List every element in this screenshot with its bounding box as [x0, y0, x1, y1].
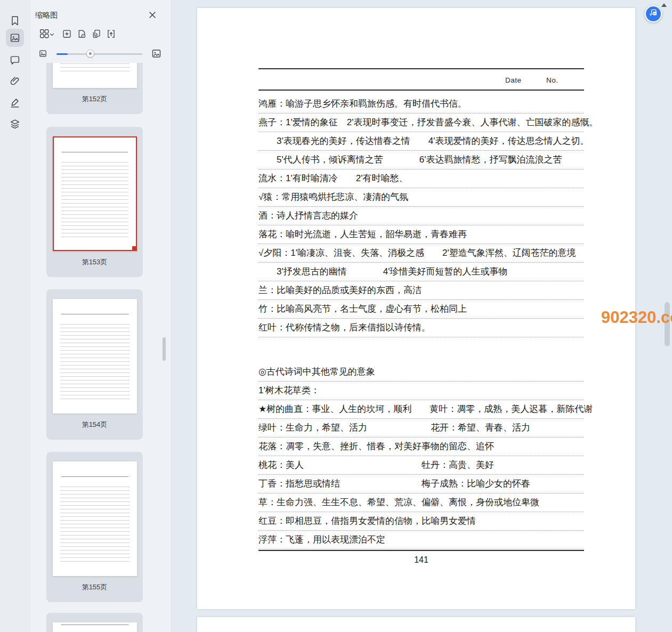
slider-fill [56, 53, 68, 55]
handwritten-line: 落花：喻时光流逝，人生苦短，韶华易逝，青春难再 [258, 225, 584, 244]
panel-title: 缩略图 [35, 11, 58, 20]
handwritten-line: 酒：诗人抒情言志的媒介 [258, 207, 584, 225]
handwritten-line: 3'抒发思古的幽情 4'珍惜美好而短暂的人生或事物 [258, 263, 584, 281]
copy-pages-button[interactable] [90, 28, 102, 41]
thumbnail-card-155[interactable]: 第155页 [46, 452, 143, 602]
notebook-date-label: Date [505, 76, 522, 84]
thumbnail-page-label: 第155页 [46, 582, 143, 592]
notebook-header: Date No. [258, 68, 584, 91]
export-pages-icon [106, 29, 116, 41]
page-number: 141 [258, 555, 584, 565]
notebook-no-label: No. [546, 76, 558, 84]
insert-page-icon [62, 29, 72, 41]
watermark: 902320.com [601, 308, 672, 327]
handwritten-line: ★树的曲直：事业、人生的坎坷，顺利 黄叶：凋零，成熟，美人迟暮，新陈代谢 [258, 400, 584, 419]
handwritten-line: 红豆：即相思豆，借指男女爱情的信物，比喻男女爱情 [258, 512, 584, 531]
handwritten-line: 丁香：指愁思或情结 梅子成熟：比喻少女的怀春 [258, 475, 584, 493]
handwritten-line: 5'代人传书，倾诉离情之苦 6'表达羁旅情愁，抒写飘泊流浪之苦 [258, 151, 584, 169]
thumbnails-icon [9, 32, 21, 44]
thumbnail-page-label: 第154页 [46, 420, 143, 430]
handwritten-line: 绿叶：生命力，希望、活力 花开：希望、青春、活力 [258, 419, 584, 437]
grid-view-dropdown[interactable] [48, 28, 55, 41]
handwritten-line: 兰：比喻美好的品质或美好的东西，高洁 [258, 281, 584, 300]
thumbnail-page-preview [53, 461, 137, 576]
thumbnail-scrollbar[interactable] [163, 337, 166, 361]
thumbnail-panel-header: 缩略图 [30, 0, 171, 63]
next-document-page [197, 617, 635, 632]
sidebar-item-attachments[interactable] [6, 72, 24, 91]
handwritten-line [258, 337, 584, 363]
thumbnail-card-156[interactable] [46, 613, 143, 632]
pen-icon [9, 97, 21, 109]
sidebar-item-bookmarks[interactable] [6, 12, 24, 30]
thumbnail-panel: 缩略图 [30, 0, 172, 632]
floating-image-button[interactable] [645, 5, 662, 22]
thumbnail-page-label: 第152页 [46, 94, 143, 104]
bookmark-icon [9, 15, 21, 27]
extract-page-icon [77, 29, 87, 41]
sidebar-item-comments[interactable] [6, 51, 24, 69]
handwritten-line: 草：生命力强、生生不息、希望、荒凉、偏僻、离恨，身份或地位卑微 [258, 493, 584, 512]
slider-thumb[interactable] [86, 50, 94, 58]
image-switch-icon [649, 8, 658, 20]
sidebar-item-thumbnails[interactable] [6, 29, 24, 47]
thumbnail-card-153[interactable]: 第153页 [46, 127, 143, 277]
comment-icon [9, 54, 21, 66]
close-panel-button[interactable] [148, 10, 157, 20]
paperclip-icon [9, 76, 21, 87]
selection-corner-marker [132, 246, 137, 251]
thumbnail-size-controls [30, 48, 171, 60]
handwritten-line: 花落：凋零，失意、挫折、惜春，对美好事物的留恋、追怀 [258, 437, 584, 456]
close-icon [148, 12, 157, 21]
document-viewer: Date No. 鸿雁：喻游子思乡怀亲和羁旅伤感。有时借代书信。 燕子：1'爱情… [172, 0, 672, 632]
extract-page-button[interactable] [75, 28, 88, 41]
copy-pages-icon [91, 29, 101, 41]
sidebar-item-signature[interactable] [6, 94, 24, 112]
handwritten-line: 竹：比喻高风亮节，名士气度，虚心有节，松柏同上 [258, 300, 584, 319]
thumbnail-page-preview [53, 299, 137, 414]
handwritten-line: ◎古代诗词中其他常见的意象 [258, 363, 584, 382]
thumbnail-page-preview [53, 136, 137, 251]
sidebar-rail [0, 0, 30, 632]
page-bottom-rule [258, 550, 584, 551]
handwritten-line: 红叶：代称传情之物，后来借指以诗传情。 [258, 319, 584, 337]
handwritten-line: √夕阳：1'喻凄凉、沮丧、失落、消极之感 2'塑造气象浑然、辽阔苍茫的意境 [258, 244, 584, 263]
handwritten-notes: 鸿雁：喻游子思乡怀亲和羁旅伤感。有时借代书信。 燕子：1'爱情的象征 2'表现时… [258, 95, 584, 565]
handwritten-line: 桃花：美人 牡丹：高贵、美好 [258, 456, 584, 475]
handwritten-line: 流水：1'有时喻清冷 2'有时喻愁、 [258, 169, 584, 188]
thumbnail-page-preview [53, 622, 137, 632]
thumbnail-card-154[interactable]: 第154页 [46, 289, 143, 440]
export-pages-button[interactable] [104, 28, 117, 41]
document-page: Date No. 鸿雁：喻游子思乡怀亲和羁旅伤感。有时借代书信。 燕子：1'爱情… [197, 8, 635, 609]
chevron-down-icon [49, 30, 55, 39]
handwritten-line: 1'树木花草类： [258, 382, 584, 400]
handwritten-line: 鸿雁：喻游子思乡怀亲和羁旅伤感。有时借代书信。 [258, 95, 584, 114]
thumbnail-size-slider[interactable] [56, 53, 142, 55]
insert-page-button[interactable] [60, 28, 73, 41]
handwritten-line: √猿：常用猿鸣烘托悲凉、凄清的气氛 [258, 188, 584, 207]
sidebar-item-layers[interactable] [6, 115, 24, 133]
handwritten-line: 浮萍：飞蓬，用以表现漂泊不定 [258, 531, 584, 549]
layers-icon [9, 118, 21, 130]
small-thumbnail-icon [38, 49, 47, 60]
large-thumbnail-icon [151, 48, 162, 61]
scroll-up-arrow[interactable] [661, 3, 667, 7]
handwritten-line: 3'表现春光的美好，传达惜春之情 4'表现爱情的美好，传达思念情人之切。 [258, 132, 584, 151]
thumbnail-page-label: 第153页 [46, 257, 143, 267]
handwritten-line: 燕子：1'爱情的象征 2'表现时事变迁，抒发昔盛今衰、人事代谢、亡国破家的感慨。 [258, 114, 584, 132]
